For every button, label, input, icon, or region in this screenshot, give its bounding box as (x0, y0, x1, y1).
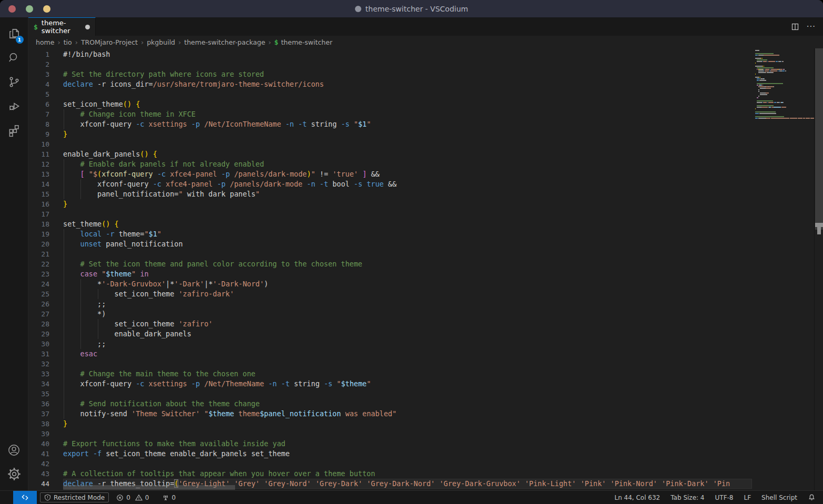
code-line[interactable]: } (63, 129, 752, 139)
line-number[interactable]: 4 (28, 79, 63, 89)
notifications-bell[interactable] (802, 493, 823, 501)
code-line[interactable]: #!/bin/bash (63, 49, 752, 59)
code-line[interactable]: set_icon_theme() { (63, 99, 752, 109)
line-number[interactable]: 41 (28, 449, 63, 459)
line-number[interactable]: 40 (28, 439, 63, 449)
source-control-icon[interactable] (2, 70, 27, 94)
line-number[interactable]: 18 (28, 219, 63, 229)
code-line[interactable] (63, 89, 752, 99)
code-line[interactable]: # Change the main theme to the chosen on… (63, 369, 752, 379)
line-number[interactable]: 6 (28, 99, 63, 109)
code-line[interactable]: xfconf-query -c xfce4-panel -p /panels/d… (63, 179, 752, 189)
code-line[interactable]: # Send notification about the theme chan… (63, 399, 752, 409)
explorer-icon[interactable]: 1 (2, 22, 27, 46)
line-number[interactable]: 16 (28, 199, 63, 209)
code-line[interactable]: set_icon_theme 'zafiro-dark' (63, 289, 752, 299)
code-line[interactable]: # A collection of tooltips that appear w… (63, 469, 752, 479)
code-line[interactable]: esac (63, 349, 752, 359)
code-line[interactable] (63, 359, 752, 369)
line-number[interactable]: 23 (28, 269, 63, 279)
tab-modified-dot-icon[interactable] (85, 25, 90, 29)
horizontal-scrollbar[interactable] (63, 485, 235, 490)
line-number[interactable]: 25 (28, 289, 63, 299)
line-number[interactable]: 13 (28, 169, 63, 179)
line-number[interactable]: 42 (28, 459, 63, 469)
code-line[interactable]: xfconf-query -c xsettings -p /Net/ThemeN… (63, 379, 752, 389)
code-line[interactable] (63, 389, 752, 399)
line-number[interactable]: 15 (28, 189, 63, 199)
vertical-scrollbar-slider[interactable] (815, 48, 823, 230)
breadcrumb-pkgbuild[interactable]: pkgbuild (147, 38, 175, 46)
line-number[interactable]: 38 (28, 419, 63, 429)
line-number[interactable]: 10 (28, 139, 63, 149)
split-editor-icon[interactable] (791, 23, 799, 31)
code-line[interactable]: # Set the directory path where icons are… (63, 69, 752, 79)
line-number[interactable]: 28 (28, 319, 63, 329)
breadcrumb-package[interactable]: theme-switcher-package (184, 38, 265, 46)
problems-item[interactable]: 0 0 (112, 491, 153, 504)
code-line[interactable]: # Enable dark panels if not already enab… (63, 159, 752, 169)
run-debug-icon[interactable] (2, 94, 27, 118)
tab-size-item[interactable]: Tab Size: 4 (665, 494, 709, 501)
code-line[interactable]: local -r theme="$1" (63, 229, 752, 239)
line-number[interactable]: 22 (28, 259, 63, 269)
code-line[interactable]: ;; (63, 299, 752, 309)
extensions-icon[interactable] (2, 118, 27, 142)
encoding-item[interactable]: UTF-8 (710, 494, 739, 501)
line-number[interactable]: 7 (28, 109, 63, 119)
code-line[interactable] (63, 59, 752, 69)
language-mode-item[interactable]: Shell Script (756, 494, 802, 501)
code-line[interactable]: export -f set_icon_theme enable_dark_pan… (63, 449, 752, 459)
line-number[interactable]: 27 (28, 309, 63, 319)
line-number[interactable]: 26 (28, 299, 63, 309)
code-line[interactable]: *'-Dark-Gruvbox'|*'-Dark'|*'-Dark-Nord') (63, 279, 752, 289)
code-line[interactable]: [ "$(xfconf-query -c xfce4-panel -p /pan… (63, 169, 752, 179)
code-line[interactable] (63, 459, 752, 469)
line-number[interactable]: 20 (28, 239, 63, 249)
line-number[interactable]: 31 (28, 349, 63, 359)
code-line[interactable]: enable_dark_panels() { (63, 149, 752, 159)
line-number[interactable]: 21 (28, 249, 63, 259)
code-line[interactable]: } (63, 419, 752, 429)
line-number[interactable]: 36 (28, 399, 63, 409)
breadcrumb-tromjaro-project[interactable]: TROMjaro-Project (81, 38, 138, 46)
code-line[interactable]: unset panel_notification (63, 239, 752, 249)
code-line[interactable]: ;; (63, 339, 752, 349)
line-number[interactable]: 33 (28, 369, 63, 379)
code-line[interactable]: set_icon_theme 'zafiro' (63, 319, 752, 329)
code-line[interactable]: # Export functions to make them availabl… (63, 439, 752, 449)
line-number[interactable]: 17 (28, 209, 63, 219)
remote-indicator[interactable] (13, 491, 37, 504)
line-number[interactable]: 24 (28, 279, 63, 289)
code-line[interactable]: xfconf-query -c xsettings -p /Net/IconTh… (63, 119, 752, 129)
line-number[interactable]: 44 (28, 479, 63, 489)
code-line[interactable] (63, 249, 752, 259)
ports-item[interactable]: 0 (158, 491, 180, 504)
code-line[interactable]: enable_dark_panels (63, 329, 752, 339)
breadcrumb-file[interactable]: $ theme-switcher (275, 38, 332, 46)
code-line[interactable]: case "$theme" in (63, 269, 752, 279)
line-number[interactable]: 8 (28, 119, 63, 129)
line-number[interactable]: 43 (28, 469, 63, 479)
line-number[interactable]: 11 (28, 149, 63, 159)
code-line[interactable]: # Set the icon theme and panel color acc… (63, 259, 752, 269)
restricted-mode-item[interactable]: Restricted Mode (40, 492, 109, 502)
breadcrumb-home[interactable]: home (36, 38, 54, 46)
line-number[interactable]: 39 (28, 429, 63, 439)
tab-theme-switcher[interactable]: $ theme-switcher (28, 17, 96, 36)
line-number[interactable]: 32 (28, 359, 63, 369)
line-number[interactable]: 14 (28, 179, 63, 189)
line-number[interactable]: 37 (28, 409, 63, 419)
line-number[interactable]: 34 (28, 379, 63, 389)
editor[interactable]: 1234567891011121314151617181920212223242… (28, 48, 823, 490)
line-number[interactable]: 29 (28, 329, 63, 339)
line-number[interactable]: 9 (28, 129, 63, 139)
minimap[interactable] (752, 48, 814, 490)
code-line[interactable]: } (63, 199, 752, 209)
code-line[interactable] (63, 139, 752, 149)
code-line[interactable]: declare -r icons_dir=/usr/share/tromjaro… (63, 79, 752, 89)
line-number[interactable]: 35 (28, 389, 63, 399)
line-number[interactable]: 1 (28, 49, 63, 59)
line-number[interactable]: 5 (28, 89, 63, 99)
line-number[interactable]: 30 (28, 339, 63, 349)
